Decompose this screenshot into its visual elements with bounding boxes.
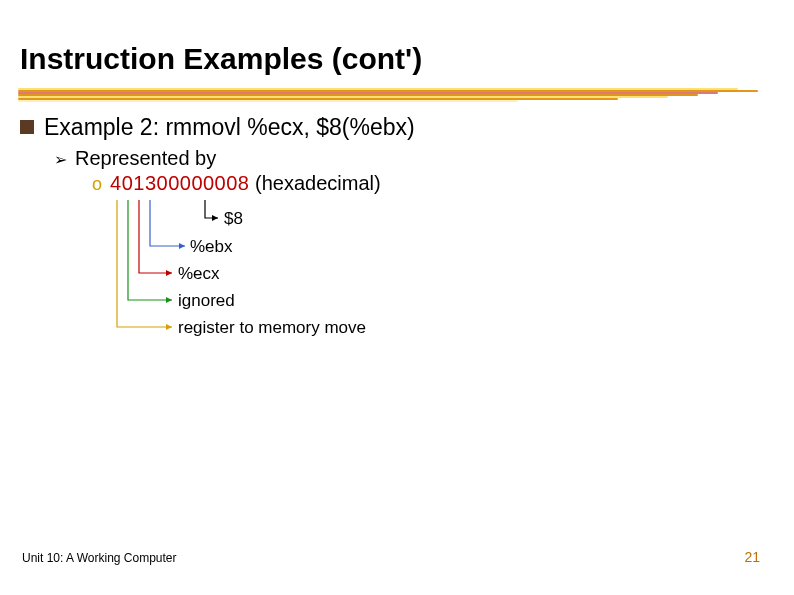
slide-title: Instruction Examples (cont') [20,42,422,76]
footer-page: 21 [744,549,760,565]
annotation-ignored: ignored [178,291,235,311]
example-text: Example 2: rmmovl %ecx, $8(%ebx) [44,114,415,141]
footer-unit: Unit 10: A Working Computer [22,551,177,565]
annotation-r2m: register to memory move [178,318,366,338]
o-bullet-icon: o [92,172,102,196]
svg-marker-3 [166,297,172,303]
represented-by-label: Represented by [75,147,216,170]
annotation-diagram: $8 %ebx %ecx ignored register to memory … [90,200,590,400]
bullet-level1: Example 2: rmmovl %ecx, $8(%ebx) [20,114,774,141]
annotation-ecx: %ecx [178,264,220,284]
svg-marker-1 [179,243,185,249]
slide-body: Example 2: rmmovl %ecx, $8(%ebx) ➢ Repre… [20,114,774,196]
annotation-ebx: %ebx [190,237,233,257]
square-bullet-icon [20,120,34,134]
svg-marker-2 [166,270,172,276]
title-underline [18,86,778,104]
annotation-dollar8: $8 [224,209,243,229]
bullet-level3: o 401300000008 (hexadecimal) [92,172,774,196]
hex-value: 401300000008 [110,172,249,194]
slide: Instruction Examples (cont') Example 2: … [0,0,794,595]
svg-marker-4 [166,324,172,330]
bullet-level2: ➢ Represented by [54,147,774,170]
triangle-bullet-icon: ➢ [54,149,67,171]
svg-marker-0 [212,215,218,221]
hex-paren: (hexadecimal) [255,172,381,194]
